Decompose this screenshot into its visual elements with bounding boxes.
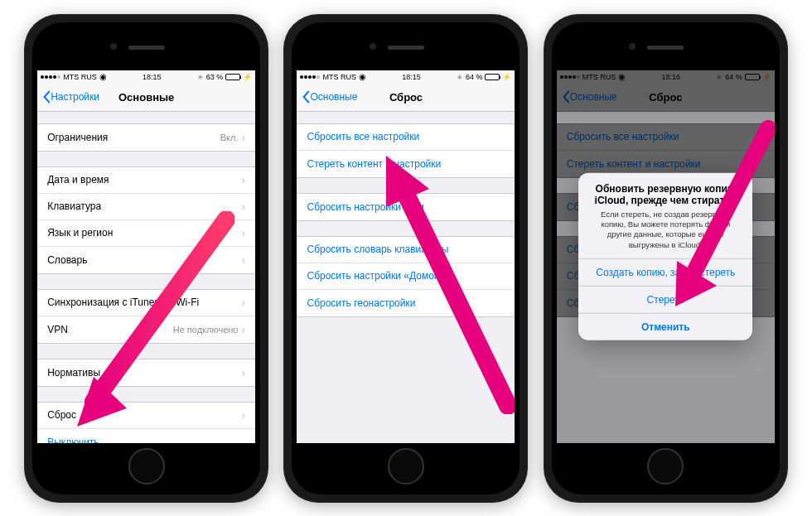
bluetooth-icon: ∗ <box>197 73 204 81</box>
row-reset[interactable]: Сброс› <box>37 403 255 429</box>
row-restrictions[interactable]: Ограничения Вкл.› <box>37 124 255 151</box>
row-reset-keyboard-dict[interactable]: Сбросить словарь клавиатуры <box>297 237 515 263</box>
row-label: Синхронизация с iTunes по Wi-Fi <box>47 297 199 308</box>
chevron-right-icon: › <box>241 253 245 267</box>
alert-dialog: Обновить резервную копию iCloud, прежде … <box>578 172 752 340</box>
row-label: Сброс <box>47 409 76 421</box>
row-vpn[interactable]: VPNНе подключено› <box>37 316 255 343</box>
wifi-icon: ◉ <box>359 72 366 81</box>
chevron-right-icon: › <box>241 323 245 336</box>
chevron-right-icon: › <box>241 173 245 186</box>
row-label: VPN <box>47 324 68 335</box>
bluetooth-icon: ∗ <box>457 73 463 81</box>
front-camera <box>370 43 376 50</box>
speaker-slot <box>388 46 424 50</box>
phone-frame-1: MTS RUS ◉ 18:15 ∗ 63 % ⚡ Настройки Основ… <box>24 14 268 503</box>
alert-message: Если стереть, не создав резервную копию,… <box>588 209 742 249</box>
nav-title: Сброс <box>389 91 423 104</box>
chevron-right-icon: › <box>241 296 245 309</box>
row-value: Не подключено <box>173 325 239 335</box>
row-label: Сбросить все настройки <box>307 131 419 142</box>
screen-2: MTS RUS ◉ 18:15 ∗ 64 % ⚡ Основные Сброс <box>297 70 515 443</box>
row-label: Сбросить геонастройки <box>307 297 415 309</box>
clock: 18:15 <box>402 73 421 81</box>
row-reset-location[interactable]: Сбросить геонастройки <box>297 290 515 316</box>
charging-icon: ⚡ <box>502 73 511 81</box>
back-button[interactable]: Основные <box>302 90 357 104</box>
row-itunes-sync[interactable]: Синхронизация с iTunes по Wi-Fi› <box>37 290 255 316</box>
back-label: Основные <box>310 91 357 103</box>
row-reset-home[interactable]: Сбросить настройки «Домой» <box>297 263 515 290</box>
home-button[interactable] <box>647 448 684 485</box>
nav-bar: Настройки Основные <box>37 84 255 112</box>
speaker-slot <box>128 46 165 50</box>
row-label: Дата и время <box>47 174 109 186</box>
signal-icon <box>300 75 320 79</box>
screen-3: MTS RUS ◉ 18:16 ∗ 64 % ⚡ Основные Сброс <box>557 70 775 443</box>
chevron-left-icon <box>42 90 51 104</box>
row-regulatory[interactable]: Нормативы› <box>37 359 255 386</box>
speaker-slot <box>647 46 684 50</box>
phone-frame-2: MTS RUS ◉ 18:15 ∗ 64 % ⚡ Основные Сброс <box>283 14 528 503</box>
row-reset-all-settings[interactable]: Сбросить все настройки <box>297 124 515 151</box>
row-label: Ограничения <box>47 132 108 143</box>
alert-cancel-button[interactable]: Отменить <box>578 313 752 340</box>
row-label: Выключить <box>47 436 99 443</box>
row-value: Вкл. <box>220 133 239 142</box>
chevron-right-icon: › <box>241 200 245 213</box>
battery-icon <box>225 74 240 80</box>
wifi-icon: ◉ <box>99 72 107 81</box>
alert-backup-then-erase-button[interactable]: Создать копию, затем стереть <box>578 258 752 286</box>
row-label: Словарь <box>47 254 87 266</box>
screen-1: MTS RUS ◉ 18:15 ∗ 63 % ⚡ Настройки Основ… <box>37 70 255 443</box>
row-keyboard[interactable]: Клавиатура› <box>37 194 255 220</box>
row-label: Стереть контент и настройки <box>307 158 441 170</box>
alert-erase-button[interactable]: Стереть <box>578 286 752 313</box>
battery-pct: 64 % <box>466 73 483 81</box>
row-dictionary[interactable]: Словарь› <box>37 247 255 273</box>
nav-bar: Основные Сброс <box>297 84 515 112</box>
front-camera <box>110 43 117 50</box>
alert-title: Обновить резервную копию iCloud, прежде … <box>588 182 742 205</box>
chevron-right-icon: › <box>241 408 245 422</box>
status-bar: MTS RUS ◉ 18:15 ∗ 64 % ⚡ <box>297 70 515 84</box>
home-button[interactable] <box>388 448 424 485</box>
clock: 18:15 <box>143 73 162 81</box>
back-button[interactable]: Настройки <box>42 90 99 104</box>
row-label: Сбросить настройки сети <box>307 201 423 213</box>
row-shutdown[interactable]: Выключить <box>37 429 255 443</box>
row-label: Клавиатура <box>47 200 101 212</box>
row-reset-network[interactable]: Сбросить настройки сети <box>297 194 515 220</box>
chevron-left-icon <box>302 90 310 104</box>
signal-icon <box>41 75 60 79</box>
battery-icon <box>485 74 500 80</box>
reset-list: Сбросить все настройки Стереть контент и… <box>297 112 515 317</box>
status-bar: MTS RUS ◉ 18:15 ∗ 63 % ⚡ <box>37 70 255 84</box>
home-button[interactable] <box>128 448 165 485</box>
row-label: Сбросить словарь клавиатуры <box>307 244 448 255</box>
settings-list: Ограничения Вкл.› Дата и время› Клавиату… <box>37 112 255 443</box>
phone-frame-3: MTS RUS ◉ 18:16 ∗ 64 % ⚡ Основные Сброс <box>544 14 788 503</box>
row-label: Сбросить настройки «Домой» <box>307 270 445 282</box>
back-label: Настройки <box>51 91 99 103</box>
row-language[interactable]: Язык и регион› <box>37 220 255 247</box>
row-label: Язык и регион <box>47 227 113 239</box>
row-datetime[interactable]: Дата и время› <box>37 167 255 194</box>
chevron-right-icon: › <box>241 366 245 379</box>
carrier-label: MTS RUS <box>322 73 356 81</box>
chevron-right-icon: › <box>241 131 245 144</box>
row-erase-all-content[interactable]: Стереть контент и настройки <box>297 151 515 177</box>
chevron-right-icon: › <box>241 226 245 239</box>
row-label: Нормативы <box>47 367 100 379</box>
carrier-label: MTS RUS <box>63 73 97 81</box>
battery-pct: 63 % <box>206 73 224 81</box>
charging-icon: ⚡ <box>243 73 252 81</box>
nav-title: Основные <box>118 91 174 104</box>
front-camera <box>629 43 636 50</box>
